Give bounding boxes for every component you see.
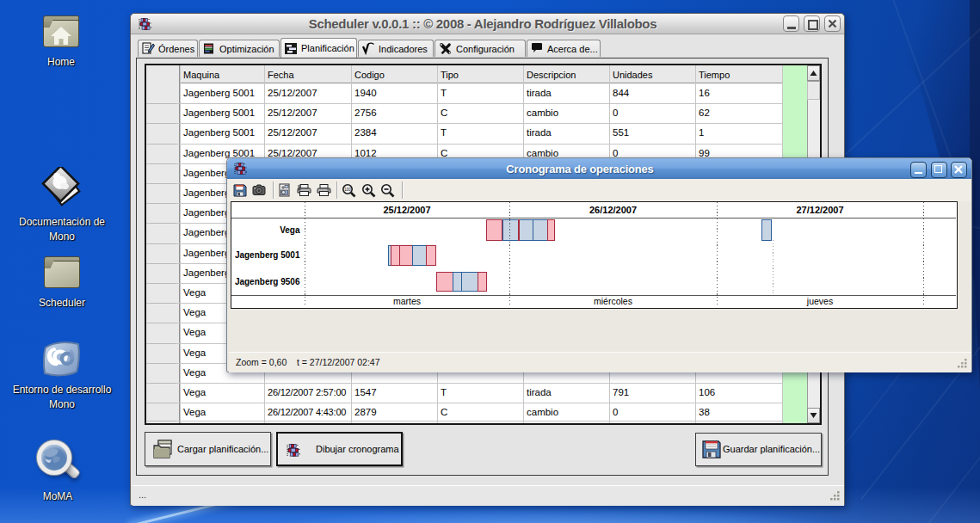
svg-text:100: 100 — [344, 188, 351, 192]
